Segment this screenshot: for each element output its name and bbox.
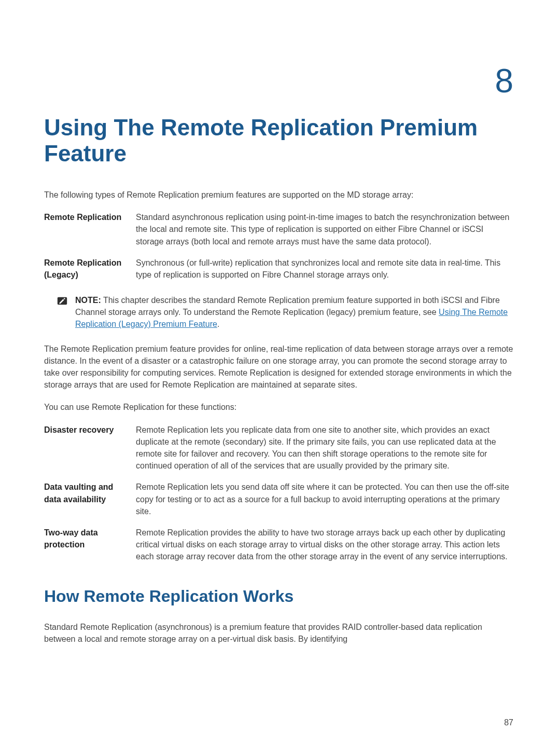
note-block: NOTE: This chapter describes the standar… [57,294,513,330]
body-paragraph: The Remote Replication premium feature p… [44,343,513,391]
def-desc: Synchronous (or full-write) replication … [136,257,513,281]
def-term: Data vaulting and data availability [44,481,124,517]
def-desc: Remote Replication provides the ability … [136,527,513,563]
def-desc: Standard asynchronous replication using … [136,211,513,247]
body-paragraph: You can use Remote Replication for these… [44,401,513,413]
definition-list-replication-types: Remote Replication Standard asynchronous… [44,211,513,281]
def-desc: Remote Replication lets you send data of… [136,481,513,517]
pencil-icon [57,295,68,307]
definition-list-functions: Disaster recovery Remote Replication let… [44,424,513,563]
chapter-number: 8 [44,57,513,105]
page-title: Using The Remote Replication Premium Fea… [44,115,513,167]
intro-paragraph: The following types of Remote Replicatio… [44,189,513,201]
note-content: NOTE: This chapter describes the standar… [75,294,513,330]
note-text-before-link: This chapter describes the standard Remo… [75,296,500,316]
def-desc: Remote Replication lets you replicate da… [136,424,513,472]
def-term: Remote Replication (Legacy) [44,257,124,281]
note-text-after-link: . [217,320,219,328]
page-number: 87 [504,717,513,728]
body-paragraph: Standard Remote Replication (asynchronou… [44,621,513,645]
section-heading: How Remote Replication Works [44,584,513,608]
def-term: Two-way data protection [44,527,124,563]
def-term: Remote Replication [44,211,124,247]
note-label: NOTE: [75,296,101,305]
def-term: Disaster recovery [44,424,124,472]
